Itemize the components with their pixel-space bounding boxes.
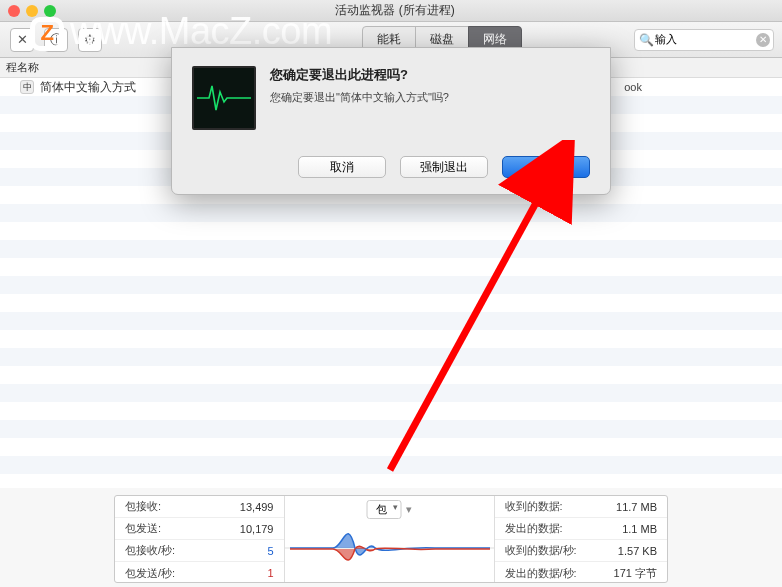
stats-left: 包接收:13,499 包发送:10,179 包接收/秒:5 包发送/秒:1 (115, 496, 285, 582)
force-quit-button[interactable]: 强制退出 (400, 156, 488, 178)
quit-button[interactable]: 退出 (502, 156, 590, 178)
network-chart: 包 ▾ (285, 496, 495, 582)
stat-value: 1.1 MB (622, 523, 657, 535)
dialog-activity-icon (192, 66, 256, 130)
stat-label: 发出的数据: (505, 521, 563, 536)
window-titlebar: 活动监视器 (所有进程) (0, 0, 782, 22)
stat-label: 发出的数据/秒: (505, 566, 577, 581)
stat-value: 10,179 (240, 523, 274, 535)
dialog-title: 您确定要退出此进程吗? (270, 66, 449, 84)
stat-value: 13,499 (240, 501, 274, 513)
process-user: ook (624, 81, 642, 93)
stat-value: 1.57 KB (618, 545, 657, 557)
search-icon: 🔍 (639, 33, 654, 47)
stats-right: 收到的数据:11.7 MB 发出的数据:1.1 MB 收到的数据/秒:1.57 … (495, 496, 668, 582)
stat-value: 1 (267, 567, 273, 579)
stat-label: 包接收: (125, 499, 161, 514)
search-input[interactable] (634, 29, 774, 51)
stat-value: 171 字节 (614, 566, 657, 581)
network-summary-panel: 包接收:13,499 包发送:10,179 包接收/秒:5 包发送/秒:1 包 … (114, 495, 668, 583)
stat-value: 11.7 MB (616, 501, 657, 513)
stat-label: 收到的数据: (505, 499, 563, 514)
stat-label: 包发送/秒: (125, 566, 175, 581)
chart-metric-select[interactable]: 包 (367, 500, 402, 519)
stat-label: 包发送: (125, 521, 161, 536)
process-name: 简体中文输入方式 (40, 79, 136, 96)
process-app-icon: 中 (20, 80, 34, 94)
info-button[interactable]: ⓘ (44, 28, 68, 52)
search-container: 🔍 ✕ (634, 29, 774, 51)
dialog-message: 您确定要退出"简体中文输入方式"吗? (270, 90, 449, 105)
quit-confirm-dialog: 您确定要退出此进程吗? 您确定要退出"简体中文输入方式"吗? 取消 强制退出 退… (171, 47, 611, 195)
cancel-button[interactable]: 取消 (298, 156, 386, 178)
stat-label: 包接收/秒: (125, 543, 175, 558)
stat-label: 收到的数据/秒: (505, 543, 577, 558)
clear-search-button[interactable]: ✕ (756, 33, 770, 47)
settings-gear-icon[interactable]: ⚙ (78, 28, 102, 52)
column-name-header: 程名称 (6, 60, 39, 75)
stop-process-button[interactable]: ✕ (10, 28, 34, 52)
stat-value: 5 (267, 545, 273, 557)
window-title: 活动监视器 (所有进程) (16, 2, 774, 19)
